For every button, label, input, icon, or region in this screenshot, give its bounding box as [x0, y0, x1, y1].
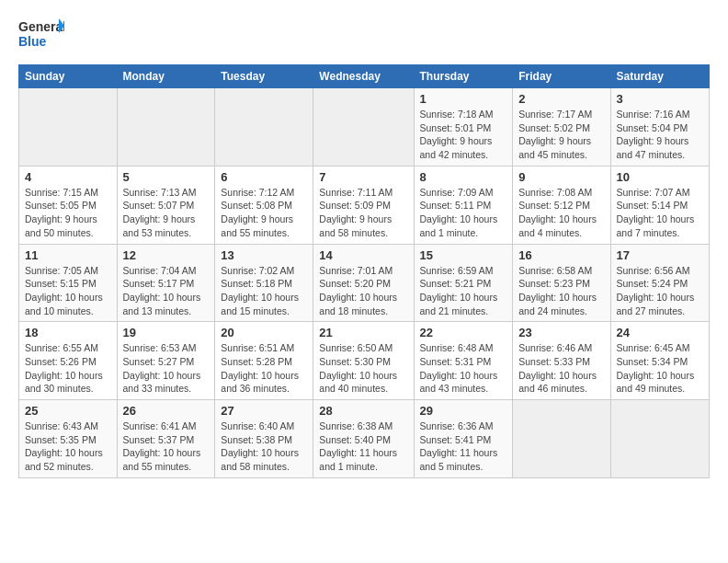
day-info: Sunrise: 6:48 AMSunset: 5:31 PMDaylight:…	[420, 341, 507, 396]
day-info: Sunrise: 6:43 AMSunset: 5:35 PMDaylight:…	[25, 419, 111, 474]
day-cell-6: 6Sunrise: 7:12 AMSunset: 5:08 PMDaylight…	[215, 166, 313, 244]
day-number: 26	[123, 404, 210, 418]
day-number: 6	[221, 170, 307, 184]
day-number: 10	[617, 170, 703, 184]
empty-cell	[313, 88, 414, 167]
svg-text:Blue: Blue	[18, 34, 47, 49]
day-info: Sunrise: 7:12 AMSunset: 5:08 PMDaylight:…	[221, 186, 307, 240]
col-header-tuesday: Tuesday	[215, 65, 313, 88]
week-row-1: 1Sunrise: 7:18 AMSunset: 5:01 PMDaylight…	[19, 88, 710, 167]
empty-cell	[513, 400, 610, 478]
day-info: Sunrise: 6:40 AMSunset: 5:38 PMDaylight:…	[221, 419, 307, 474]
day-info: Sunrise: 7:18 AMSunset: 5:01 PMDaylight:…	[420, 108, 507, 162]
day-info: Sunrise: 6:50 AMSunset: 5:30 PMDaylight:…	[319, 341, 407, 396]
day-cell-2: 2Sunrise: 7:17 AMSunset: 5:02 PMDaylight…	[513, 88, 610, 167]
col-header-thursday: Thursday	[414, 65, 513, 88]
day-cell-26: 26Sunrise: 6:41 AMSunset: 5:37 PMDayligh…	[117, 400, 215, 478]
day-cell-19: 19Sunrise: 6:53 AMSunset: 5:27 PMDayligh…	[117, 322, 215, 400]
day-cell-21: 21Sunrise: 6:50 AMSunset: 5:30 PMDayligh…	[313, 322, 414, 400]
day-cell-11: 11Sunrise: 7:05 AMSunset: 5:15 PMDayligh…	[19, 244, 118, 322]
day-info: Sunrise: 7:17 AMSunset: 5:02 PMDaylight:…	[518, 108, 604, 162]
day-info: Sunrise: 7:05 AMSunset: 5:15 PMDaylight:…	[25, 264, 111, 318]
day-cell-20: 20Sunrise: 6:51 AMSunset: 5:28 PMDayligh…	[215, 322, 313, 400]
day-number: 9	[518, 170, 604, 184]
day-number: 1	[420, 92, 507, 106]
day-cell-16: 16Sunrise: 6:58 AMSunset: 5:23 PMDayligh…	[513, 244, 610, 322]
day-number: 25	[25, 404, 111, 418]
day-number: 7	[319, 170, 407, 184]
col-header-friday: Friday	[513, 65, 610, 88]
day-info: Sunrise: 6:45 AMSunset: 5:34 PMDaylight:…	[617, 341, 703, 396]
day-number: 8	[420, 170, 507, 184]
day-info: Sunrise: 7:13 AMSunset: 5:07 PMDaylight:…	[123, 186, 210, 240]
day-number: 21	[319, 326, 407, 339]
day-info: Sunrise: 6:41 AMSunset: 5:37 PMDaylight:…	[123, 419, 210, 474]
day-cell-23: 23Sunrise: 6:46 AMSunset: 5:33 PMDayligh…	[513, 322, 610, 400]
day-cell-5: 5Sunrise: 7:13 AMSunset: 5:07 PMDaylight…	[117, 166, 215, 244]
day-info: Sunrise: 7:08 AMSunset: 5:12 PMDaylight:…	[518, 186, 604, 240]
day-number: 3	[617, 92, 703, 106]
day-number: 17	[617, 248, 703, 262]
day-number: 24	[617, 326, 703, 339]
day-cell-27: 27Sunrise: 6:40 AMSunset: 5:38 PMDayligh…	[215, 400, 313, 478]
day-cell-28: 28Sunrise: 6:38 AMSunset: 5:40 PMDayligh…	[313, 400, 414, 478]
day-number: 4	[25, 170, 111, 184]
day-number: 5	[123, 170, 210, 184]
day-cell-12: 12Sunrise: 7:04 AMSunset: 5:17 PMDayligh…	[117, 244, 215, 322]
day-number: 28	[319, 404, 407, 418]
day-info: Sunrise: 6:55 AMSunset: 5:26 PMDaylight:…	[25, 341, 111, 396]
day-info: Sunrise: 7:07 AMSunset: 5:14 PMDaylight:…	[617, 186, 703, 240]
day-cell-24: 24Sunrise: 6:45 AMSunset: 5:34 PMDayligh…	[610, 322, 709, 400]
day-cell-14: 14Sunrise: 7:01 AMSunset: 5:20 PMDayligh…	[313, 244, 414, 322]
day-number: 29	[420, 404, 507, 418]
page: General Blue SundayMondayTuesdayWednesda…	[0, 0, 728, 488]
day-cell-18: 18Sunrise: 6:55 AMSunset: 5:26 PMDayligh…	[19, 322, 118, 400]
day-info: Sunrise: 7:11 AMSunset: 5:09 PMDaylight:…	[319, 186, 407, 240]
day-cell-15: 15Sunrise: 6:59 AMSunset: 5:21 PMDayligh…	[414, 244, 513, 322]
empty-cell	[117, 88, 215, 167]
day-number: 27	[221, 404, 307, 418]
day-number: 15	[420, 248, 507, 262]
day-cell-3: 3Sunrise: 7:16 AMSunset: 5:04 PMDaylight…	[610, 88, 709, 167]
day-info: Sunrise: 6:36 AMSunset: 5:41 PMDaylight:…	[420, 419, 507, 474]
week-row-5: 25Sunrise: 6:43 AMSunset: 5:35 PMDayligh…	[19, 400, 710, 478]
day-number: 11	[25, 248, 111, 262]
day-cell-29: 29Sunrise: 6:36 AMSunset: 5:41 PMDayligh…	[414, 400, 513, 478]
day-number: 22	[420, 326, 507, 339]
col-header-sunday: Sunday	[19, 65, 118, 88]
day-info: Sunrise: 7:09 AMSunset: 5:11 PMDaylight:…	[420, 186, 507, 240]
day-number: 13	[221, 248, 307, 262]
day-info: Sunrise: 6:59 AMSunset: 5:21 PMDaylight:…	[420, 264, 507, 318]
header-row: SundayMondayTuesdayWednesdayThursdayFrid…	[19, 65, 710, 88]
day-cell-10: 10Sunrise: 7:07 AMSunset: 5:14 PMDayligh…	[610, 166, 709, 244]
svg-text:General: General	[18, 19, 64, 34]
day-info: Sunrise: 7:02 AMSunset: 5:18 PMDaylight:…	[221, 264, 307, 318]
day-info: Sunrise: 7:01 AMSunset: 5:20 PMDaylight:…	[319, 264, 407, 318]
empty-cell	[19, 88, 118, 167]
day-number: 18	[25, 326, 111, 339]
day-info: Sunrise: 6:53 AMSunset: 5:27 PMDaylight:…	[123, 341, 210, 396]
day-cell-22: 22Sunrise: 6:48 AMSunset: 5:31 PMDayligh…	[414, 322, 513, 400]
day-cell-9: 9Sunrise: 7:08 AMSunset: 5:12 PMDaylight…	[513, 166, 610, 244]
day-number: 2	[518, 92, 604, 106]
empty-cell	[215, 88, 313, 167]
day-number: 12	[123, 248, 210, 262]
day-info: Sunrise: 6:58 AMSunset: 5:23 PMDaylight:…	[518, 264, 604, 318]
day-number: 19	[123, 326, 210, 339]
day-info: Sunrise: 6:46 AMSunset: 5:33 PMDaylight:…	[518, 341, 604, 396]
day-info: Sunrise: 7:04 AMSunset: 5:17 PMDaylight:…	[123, 264, 210, 318]
day-info: Sunrise: 7:15 AMSunset: 5:05 PMDaylight:…	[25, 186, 111, 240]
col-header-monday: Monday	[117, 65, 215, 88]
day-number: 23	[518, 326, 604, 339]
day-cell-25: 25Sunrise: 6:43 AMSunset: 5:35 PMDayligh…	[19, 400, 118, 478]
col-header-saturday: Saturday	[610, 65, 709, 88]
day-number: 16	[518, 248, 604, 262]
week-row-4: 18Sunrise: 6:55 AMSunset: 5:26 PMDayligh…	[19, 322, 710, 400]
day-info: Sunrise: 7:16 AMSunset: 5:04 PMDaylight:…	[617, 108, 703, 162]
day-info: Sunrise: 6:51 AMSunset: 5:28 PMDaylight:…	[221, 341, 307, 396]
day-info: Sunrise: 6:56 AMSunset: 5:24 PMDaylight:…	[617, 264, 703, 318]
day-cell-13: 13Sunrise: 7:02 AMSunset: 5:18 PMDayligh…	[215, 244, 313, 322]
calendar-table: SundayMondayTuesdayWednesdayThursdayFrid…	[18, 64, 710, 478]
col-header-wednesday: Wednesday	[313, 65, 414, 88]
day-cell-1: 1Sunrise: 7:18 AMSunset: 5:01 PMDaylight…	[414, 88, 513, 167]
